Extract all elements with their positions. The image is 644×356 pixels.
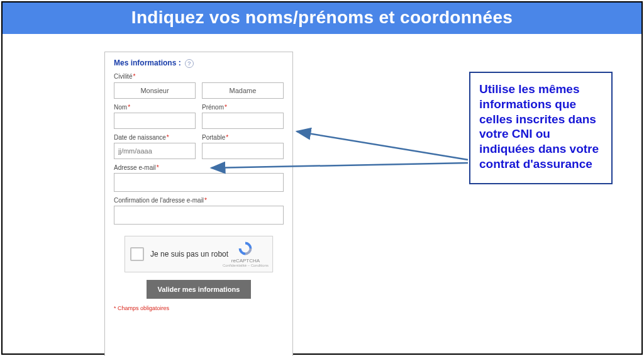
prenom-label: Prénom* [202, 104, 284, 111]
section-title: Mes informations : [114, 58, 181, 67]
email-input[interactable] [114, 173, 284, 192]
name-row: Nom* Prénom* [114, 99, 284, 129]
slide-frame: Indiquez vos noms/prénoms et coordonnées… [1, 1, 643, 355]
civility-label: Civilité* [114, 73, 284, 80]
dob-phone-row: Date de naissance* Portable* [114, 129, 284, 159]
recaptcha-branding: reCAPTCHA Confidentialité – Conditions [223, 240, 269, 267]
portable-input[interactable] [202, 143, 284, 159]
mandatory-note: * Champs obligatoires [114, 305, 284, 311]
submit-button[interactable]: Valider mes informations [147, 280, 252, 299]
nom-input[interactable] [114, 113, 196, 129]
arrow-to-prenom [297, 131, 468, 160]
page-title-banner: Indiquez vos noms/prénoms et coordonnées [3, 3, 641, 34]
civility-group: Monsieur Madame [114, 82, 284, 99]
portable-label: Portable* [202, 134, 284, 141]
recaptcha-checkbox[interactable] [130, 247, 144, 261]
required-asterisk: * [133, 73, 135, 80]
content-area: Mes informations : ? Civilité* Monsieur … [3, 34, 641, 353]
nom-label: Nom* [114, 104, 196, 111]
help-icon[interactable]: ? [185, 59, 194, 68]
section-header: Mes informations : ? [114, 58, 284, 68]
recaptcha-brand: reCAPTCHA [223, 258, 269, 264]
recaptcha-widget[interactable]: Je ne suis pas un robot reCAPTCHA Confid… [125, 236, 273, 272]
recaptcha-icon [237, 240, 253, 257]
email-label: Adresse e-mail* [114, 164, 284, 171]
page-title: Indiquez vos noms/prénoms et coordonnées [131, 8, 513, 27]
recaptcha-label: Je ne suis pas un robot [150, 250, 228, 259]
email-confirm-label: Confirmation de l'adresse e-mail* [114, 197, 284, 204]
email-confirm-input[interactable] [114, 206, 284, 225]
callout-text: Utilise les mêmes informations que celle… [479, 82, 602, 172]
prenom-input[interactable] [202, 113, 284, 129]
recaptcha-terms: Confidentialité – Conditions [223, 264, 269, 267]
civility-monsieur-button[interactable]: Monsieur [114, 82, 196, 99]
dob-label: Date de naissance* [114, 134, 196, 141]
dob-input[interactable] [114, 143, 196, 159]
instruction-callout: Utilise les mêmes informations que celle… [469, 72, 613, 184]
form-panel: Mes informations : ? Civilité* Monsieur … [104, 52, 293, 356]
civility-madame-button[interactable]: Madame [202, 82, 284, 99]
